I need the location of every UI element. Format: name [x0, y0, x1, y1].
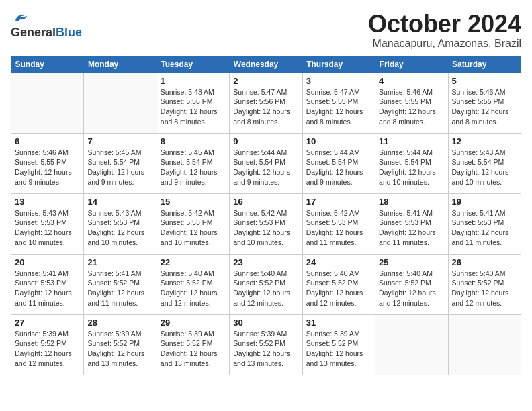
day-number: 6	[15, 136, 80, 146]
day-info: Sunrise: 5:44 AM Sunset: 5:54 PM Dayligh…	[233, 148, 298, 187]
day-number: 31	[306, 318, 371, 328]
day-cell: 8Sunrise: 5:45 AM Sunset: 5:54 PM Daylig…	[157, 133, 229, 193]
day-number: 29	[161, 318, 226, 328]
day-number: 16	[233, 197, 298, 207]
week-row-2: 6Sunrise: 5:46 AM Sunset: 5:55 PM Daylig…	[11, 133, 521, 193]
day-cell: 12Sunrise: 5:43 AM Sunset: 5:54 PM Dayli…	[448, 133, 521, 193]
day-number: 22	[161, 257, 226, 267]
day-cell: 15Sunrise: 5:42 AM Sunset: 5:53 PM Dayli…	[157, 193, 229, 254]
day-cell: 17Sunrise: 5:42 AM Sunset: 5:53 PM Dayli…	[302, 193, 375, 254]
day-number: 18	[379, 197, 444, 207]
column-header-saturday: Saturday	[448, 56, 521, 73]
day-number: 28	[87, 318, 152, 328]
column-header-wednesday: Wednesday	[230, 56, 302, 73]
day-info: Sunrise: 5:39 AM Sunset: 5:52 PM Dayligh…	[306, 329, 371, 369]
day-cell: 4Sunrise: 5:46 AM Sunset: 5:55 PM Daylig…	[375, 73, 448, 133]
day-number: 21	[87, 257, 152, 267]
column-header-friday: Friday	[375, 56, 448, 73]
day-info: Sunrise: 5:48 AM Sunset: 5:56 PM Dayligh…	[161, 87, 226, 127]
day-info: Sunrise: 5:40 AM Sunset: 5:52 PM Dayligh…	[379, 269, 444, 308]
day-info: Sunrise: 5:42 AM Sunset: 5:53 PM Dayligh…	[233, 208, 298, 248]
day-number: 27	[15, 318, 80, 328]
logo-blue-text: Blue	[56, 26, 82, 40]
day-number: 26	[452, 257, 517, 267]
day-info: Sunrise: 5:39 AM Sunset: 5:52 PM Dayligh…	[233, 329, 298, 369]
day-cell: 30Sunrise: 5:39 AM Sunset: 5:52 PM Dayli…	[230, 314, 302, 375]
day-info: Sunrise: 5:39 AM Sunset: 5:52 PM Dayligh…	[161, 329, 226, 369]
day-cell: 1Sunrise: 5:48 AM Sunset: 5:56 PM Daylig…	[157, 73, 229, 133]
day-cell: 6Sunrise: 5:46 AM Sunset: 5:55 PM Daylig…	[11, 133, 84, 193]
day-cell: 11Sunrise: 5:44 AM Sunset: 5:54 PM Dayli…	[375, 133, 448, 193]
day-number: 11	[379, 136, 444, 146]
day-number: 24	[306, 257, 371, 267]
day-info: Sunrise: 5:40 AM Sunset: 5:52 PM Dayligh…	[233, 269, 298, 308]
column-header-tuesday: Tuesday	[157, 56, 229, 73]
day-number: 17	[306, 197, 371, 207]
day-cell: 25Sunrise: 5:40 AM Sunset: 5:52 PM Dayli…	[375, 254, 448, 314]
day-cell: 18Sunrise: 5:41 AM Sunset: 5:53 PM Dayli…	[375, 193, 448, 254]
logo: General Blue	[11, 11, 82, 40]
day-info: Sunrise: 5:43 AM Sunset: 5:54 PM Dayligh…	[452, 148, 517, 187]
day-number: 25	[379, 257, 444, 267]
day-number: 5	[452, 76, 517, 86]
month-title: October 2024	[368, 11, 521, 38]
week-row-5: 27Sunrise: 5:39 AM Sunset: 5:52 PM Dayli…	[11, 314, 521, 375]
day-number: 19	[452, 197, 517, 207]
day-cell: 10Sunrise: 5:44 AM Sunset: 5:54 PM Dayli…	[302, 133, 375, 193]
day-number: 20	[15, 257, 80, 267]
calendar-title-area: October 2024 Manacapuru, Amazonas, Brazi…	[368, 11, 521, 50]
week-row-4: 20Sunrise: 5:41 AM Sunset: 5:53 PM Dayli…	[11, 254, 521, 314]
day-cell: 20Sunrise: 5:41 AM Sunset: 5:53 PM Dayli…	[11, 254, 84, 314]
week-row-3: 13Sunrise: 5:43 AM Sunset: 5:53 PM Dayli…	[11, 193, 521, 254]
day-info: Sunrise: 5:39 AM Sunset: 5:52 PM Dayligh…	[87, 329, 152, 369]
day-cell: 14Sunrise: 5:43 AM Sunset: 5:53 PM Dayli…	[84, 193, 157, 254]
day-cell: 26Sunrise: 5:40 AM Sunset: 5:52 PM Dayli…	[448, 254, 521, 314]
day-cell: 22Sunrise: 5:40 AM Sunset: 5:52 PM Dayli…	[157, 254, 229, 314]
calendar-header: SundayMondayTuesdayWednesdayThursdayFrid…	[11, 56, 521, 73]
day-cell: 29Sunrise: 5:39 AM Sunset: 5:52 PM Dayli…	[157, 314, 229, 375]
day-info: Sunrise: 5:40 AM Sunset: 5:52 PM Dayligh…	[306, 269, 371, 308]
page-header: General Blue October 2024 Manacapuru, Am…	[11, 11, 521, 50]
day-number: 23	[233, 257, 298, 267]
day-info: Sunrise: 5:45 AM Sunset: 5:54 PM Dayligh…	[87, 148, 152, 187]
day-info: Sunrise: 5:43 AM Sunset: 5:53 PM Dayligh…	[87, 208, 152, 248]
day-info: Sunrise: 5:40 AM Sunset: 5:52 PM Dayligh…	[452, 269, 517, 308]
day-number: 10	[306, 136, 371, 146]
day-cell: 7Sunrise: 5:45 AM Sunset: 5:54 PM Daylig…	[84, 133, 157, 193]
column-header-thursday: Thursday	[302, 56, 375, 73]
day-number: 3	[306, 76, 371, 86]
logo-bird-icon	[11, 11, 30, 26]
day-cell: 13Sunrise: 5:43 AM Sunset: 5:53 PM Dayli…	[11, 193, 84, 254]
day-info: Sunrise: 5:44 AM Sunset: 5:54 PM Dayligh…	[379, 148, 444, 187]
day-info: Sunrise: 5:47 AM Sunset: 5:55 PM Dayligh…	[306, 87, 371, 127]
day-info: Sunrise: 5:46 AM Sunset: 5:55 PM Dayligh…	[15, 148, 80, 187]
day-number: 15	[161, 197, 226, 207]
day-cell	[11, 73, 84, 133]
day-info: Sunrise: 5:41 AM Sunset: 5:53 PM Dayligh…	[15, 269, 80, 308]
day-cell	[448, 314, 521, 375]
day-info: Sunrise: 5:41 AM Sunset: 5:53 PM Dayligh…	[452, 208, 517, 248]
day-info: Sunrise: 5:43 AM Sunset: 5:53 PM Dayligh…	[15, 208, 80, 248]
day-cell: 16Sunrise: 5:42 AM Sunset: 5:53 PM Dayli…	[230, 193, 302, 254]
day-cell: 28Sunrise: 5:39 AM Sunset: 5:52 PM Dayli…	[84, 314, 157, 375]
day-cell: 27Sunrise: 5:39 AM Sunset: 5:52 PM Dayli…	[11, 314, 84, 375]
column-header-monday: Monday	[84, 56, 157, 73]
day-number: 30	[233, 318, 298, 328]
day-cell	[84, 73, 157, 133]
day-cell: 31Sunrise: 5:39 AM Sunset: 5:52 PM Dayli…	[302, 314, 375, 375]
column-header-sunday: Sunday	[11, 56, 84, 73]
day-info: Sunrise: 5:41 AM Sunset: 5:52 PM Dayligh…	[87, 269, 152, 308]
day-cell: 5Sunrise: 5:46 AM Sunset: 5:55 PM Daylig…	[448, 73, 521, 133]
day-number: 7	[87, 136, 152, 146]
calendar-table: SundayMondayTuesdayWednesdayThursdayFrid…	[11, 56, 521, 375]
day-cell: 3Sunrise: 5:47 AM Sunset: 5:55 PM Daylig…	[302, 73, 375, 133]
day-cell: 21Sunrise: 5:41 AM Sunset: 5:52 PM Dayli…	[84, 254, 157, 314]
day-info: Sunrise: 5:46 AM Sunset: 5:55 PM Dayligh…	[379, 87, 444, 127]
day-cell: 23Sunrise: 5:40 AM Sunset: 5:52 PM Dayli…	[230, 254, 302, 314]
day-cell: 19Sunrise: 5:41 AM Sunset: 5:53 PM Dayli…	[448, 193, 521, 254]
calendar-body: 1Sunrise: 5:48 AM Sunset: 5:56 PM Daylig…	[11, 73, 521, 375]
day-number: 14	[87, 197, 152, 207]
week-row-1: 1Sunrise: 5:48 AM Sunset: 5:56 PM Daylig…	[11, 73, 521, 133]
day-info: Sunrise: 5:41 AM Sunset: 5:53 PM Dayligh…	[379, 208, 444, 248]
day-number: 9	[233, 136, 298, 146]
